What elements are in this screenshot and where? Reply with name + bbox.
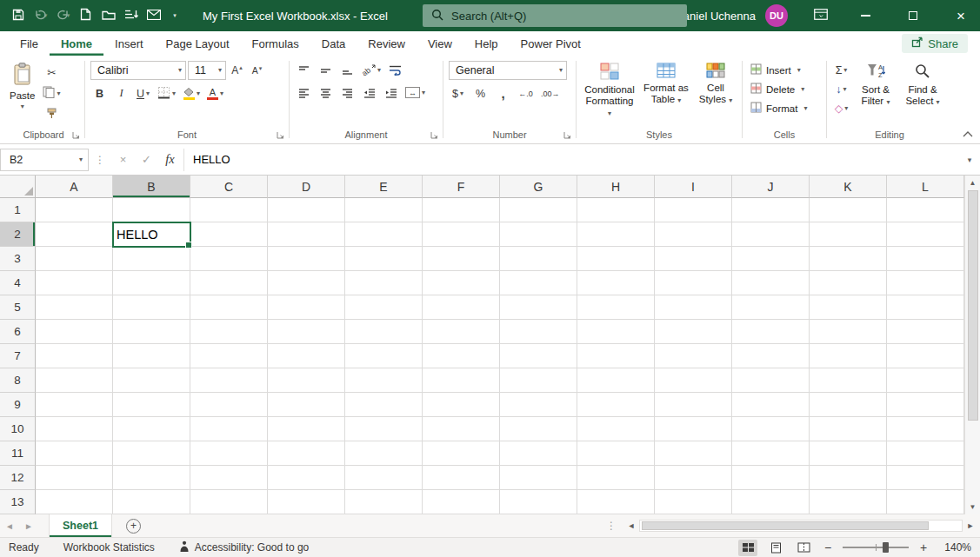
- cell-G12[interactable]: [500, 466, 577, 490]
- cell-H5[interactable]: [577, 295, 655, 320]
- cell-D12[interactable]: [268, 466, 345, 490]
- cell-E10[interactable]: [345, 417, 423, 441]
- sheet-nav-right-button[interactable]: ►: [19, 521, 38, 531]
- cell-H9[interactable]: [577, 393, 655, 417]
- find-select-button[interactable]: Find & Select ▾: [901, 61, 944, 109]
- cell-G1[interactable]: [500, 198, 577, 222]
- fill-button[interactable]: ↓▾: [832, 80, 850, 98]
- cell-K10[interactable]: [810, 417, 887, 441]
- font-name-combo[interactable]: Calibri ▾: [90, 61, 186, 80]
- cell-D4[interactable]: [268, 271, 345, 295]
- insert-cells-button[interactable]: Insert ▾: [748, 61, 821, 79]
- search-box[interactable]: Search (Alt+Q): [423, 4, 687, 27]
- cell-K13[interactable]: [810, 490, 887, 514]
- row-header-2[interactable]: 2: [0, 222, 36, 247]
- row-header-7[interactable]: 7: [0, 344, 36, 368]
- cell-E12[interactable]: [345, 466, 423, 490]
- align-right-button[interactable]: [338, 83, 357, 102]
- cell-I9[interactable]: [655, 393, 732, 417]
- cell-F2[interactable]: [423, 222, 500, 247]
- tab-scroll-splitter[interactable]: ⋮: [599, 520, 623, 532]
- cell-A12[interactable]: [36, 466, 113, 490]
- paste-button[interactable]: Paste ▾: [8, 61, 37, 112]
- cell-D3[interactable]: [268, 247, 345, 271]
- redo-button[interactable]: ▾: [52, 3, 74, 28]
- cell-J11[interactable]: [732, 441, 810, 466]
- cell-C6[interactable]: [190, 320, 268, 344]
- cell-J4[interactable]: [732, 271, 810, 295]
- column-header-A[interactable]: A: [36, 176, 113, 198]
- underline-button[interactable]: U▾: [134, 84, 152, 103]
- bold-button[interactable]: B: [90, 84, 109, 103]
- cell-K12[interactable]: [810, 466, 887, 490]
- normal-view-button[interactable]: [738, 540, 757, 556]
- cell-C12[interactable]: [190, 466, 268, 490]
- sort-filter-button[interactable]: AZ Sort & Filter ▾: [854, 61, 897, 109]
- cell-B10[interactable]: [113, 417, 190, 441]
- cell-I1[interactable]: [655, 198, 732, 222]
- avatar[interactable]: DU: [765, 4, 788, 27]
- cell-A2[interactable]: [36, 222, 113, 247]
- undo-button[interactable]: ▾: [30, 3, 51, 28]
- name-box[interactable]: B2 ▾: [0, 149, 89, 171]
- decrease-indent-button[interactable]: [360, 83, 378, 102]
- cell-I10[interactable]: [655, 417, 732, 441]
- zoom-in-button[interactable]: +: [917, 540, 930, 554]
- cell-I11[interactable]: [655, 441, 732, 466]
- italic-button[interactable]: I: [112, 84, 130, 103]
- share-button[interactable]: Share: [902, 34, 968, 53]
- column-header-C[interactable]: C: [190, 176, 268, 198]
- cell-F7[interactable]: [423, 344, 500, 368]
- cell-D6[interactable]: [268, 320, 345, 344]
- cell-B2[interactable]: HELLO: [113, 222, 190, 247]
- merge-center-button[interactable]: ↔▾: [403, 83, 427, 102]
- cell-A13[interactable]: [36, 490, 113, 514]
- cell-E8[interactable]: [345, 368, 423, 393]
- column-header-H[interactable]: H: [577, 176, 655, 198]
- cell-D9[interactable]: [268, 393, 345, 417]
- cell-F5[interactable]: [423, 295, 500, 320]
- column-header-B[interactable]: B: [113, 176, 190, 198]
- customize-qat-button[interactable]: ▾: [165, 3, 187, 28]
- sort-button[interactable]: [120, 3, 142, 28]
- cell-K6[interactable]: [810, 320, 887, 344]
- row-header-10[interactable]: 10: [0, 417, 36, 441]
- column-header-I[interactable]: I: [655, 176, 732, 198]
- cell-H6[interactable]: [577, 320, 655, 344]
- cell-A4[interactable]: [36, 271, 113, 295]
- cell-L6[interactable]: [887, 320, 964, 344]
- minimize-button[interactable]: [846, 0, 884, 31]
- scroll-down-button[interactable]: ▼: [965, 500, 980, 514]
- cancel-formula-button[interactable]: ×: [111, 149, 135, 171]
- cell-F8[interactable]: [423, 368, 500, 393]
- cell-E3[interactable]: [345, 247, 423, 271]
- cell-F12[interactable]: [423, 466, 500, 490]
- enter-formula-button[interactable]: ✓: [135, 149, 158, 171]
- maximize-button[interactable]: [894, 0, 932, 31]
- redo-dropdown-icon[interactable]: ▾: [67, 12, 70, 19]
- horizontal-scrollbar[interactable]: ◄ ►: [623, 514, 978, 537]
- cell-C5[interactable]: [190, 295, 268, 320]
- increase-font-size-button[interactable]: A▴: [228, 62, 246, 80]
- row-header-13[interactable]: 13: [0, 490, 36, 514]
- cell-G4[interactable]: [500, 271, 577, 295]
- cell-D10[interactable]: [268, 417, 345, 441]
- name-box-splitter[interactable]: ⋮: [89, 154, 111, 166]
- align-left-button[interactable]: [295, 83, 313, 102]
- open-file-button[interactable]: [97, 3, 119, 28]
- align-center-button[interactable]: [317, 83, 335, 102]
- fill-color-button[interactable]: ▾: [181, 84, 202, 103]
- column-header-D[interactable]: D: [268, 176, 345, 198]
- cell-J8[interactable]: [732, 368, 810, 393]
- cell-I7[interactable]: [655, 344, 732, 368]
- vertical-scroll-thumb[interactable]: [968, 190, 978, 421]
- ribbon-display-options-button[interactable]: [810, 3, 831, 28]
- scroll-left-button[interactable]: ◄: [623, 521, 639, 530]
- tab-help[interactable]: Help: [463, 31, 510, 56]
- expand-formula-bar-button[interactable]: ▾: [959, 156, 980, 164]
- cell-H7[interactable]: [577, 344, 655, 368]
- decrease-font-size-button[interactable]: A▾: [248, 62, 266, 80]
- cell-D7[interactable]: [268, 344, 345, 368]
- accounting-format-button[interactable]: $▾: [449, 84, 467, 103]
- cell-B5[interactable]: [113, 295, 190, 320]
